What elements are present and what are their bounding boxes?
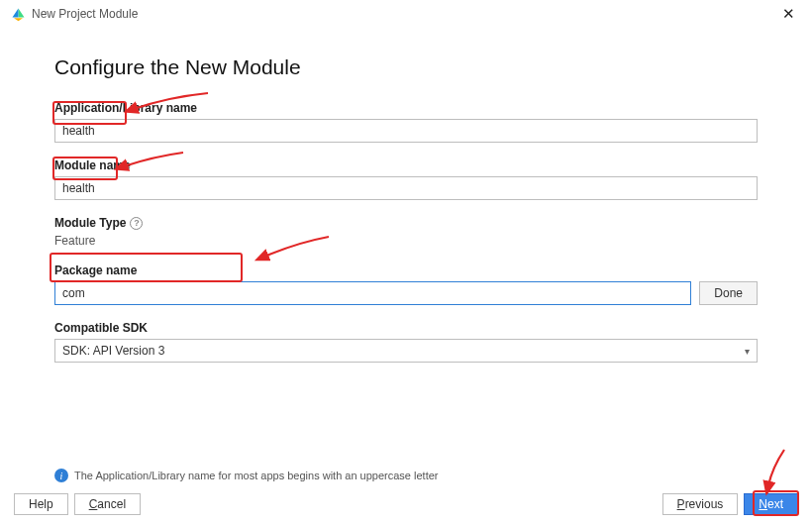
module-type-group: Module Type ? Feature — [54, 216, 758, 248]
app-name-group: Application/Library name — [54, 101, 758, 143]
package-name-label: Package name — [54, 263, 758, 277]
arrow-to-next — [762, 448, 792, 492]
module-type-label-text: Module Type — [54, 216, 126, 230]
cancel-button[interactable]: Cancel — [74, 493, 141, 515]
chevron-down-icon: ▾ — [745, 346, 750, 357]
close-icon[interactable]: ✕ — [774, 4, 802, 24]
previous-button[interactable]: Previous — [662, 493, 739, 515]
page-title: Configure the New Module — [54, 55, 758, 79]
info-text: The Application/Library name for most ap… — [74, 470, 438, 481]
titlebar: New Project Module ✕ — [0, 0, 812, 28]
window-title: New Project Module — [32, 7, 138, 21]
package-name-input[interactable] — [54, 281, 691, 305]
app-logo-icon — [10, 6, 26, 22]
sdk-group: Compatible SDK SDK: API Version 3 ▾ — [54, 321, 758, 363]
package-name-group: Package name Done — [54, 263, 758, 305]
info-icon: i — [54, 469, 68, 482]
module-name-label: Module name — [54, 158, 758, 172]
sdk-label: Compatible SDK — [54, 321, 758, 335]
main-content: Configure the New Module Application/Lib… — [0, 28, 812, 363]
app-name-input[interactable] — [54, 119, 758, 143]
module-type-label: Module Type ? — [54, 216, 758, 230]
done-button[interactable]: Done — [699, 281, 758, 305]
app-name-label: Application/Library name — [54, 101, 758, 115]
info-message: i The Application/Library name for most … — [54, 469, 438, 482]
module-name-group: Module name — [54, 158, 758, 200]
module-name-input[interactable] — [54, 176, 758, 200]
module-type-value: Feature — [54, 234, 758, 248]
help-button[interactable]: Help — [14, 493, 68, 515]
help-icon[interactable]: ? — [130, 217, 143, 230]
sdk-select[interactable]: SDK: API Version 3 ▾ — [54, 339, 758, 363]
sdk-select-value: SDK: API Version 3 — [62, 344, 164, 358]
next-button[interactable]: Next — [744, 493, 798, 515]
footer: Help Cancel Previous Next — [14, 493, 798, 515]
